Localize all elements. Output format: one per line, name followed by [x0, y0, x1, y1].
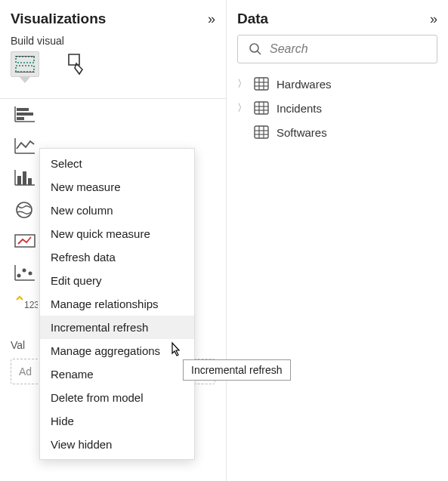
- column-chart-icon[interactable]: [14, 168, 39, 191]
- viz-collapse-button[interactable]: »: [208, 11, 215, 27]
- map-icon[interactable]: [14, 200, 39, 223]
- menu-item-select[interactable]: Select: [40, 152, 194, 175]
- svg-rect-1: [16, 66, 34, 72]
- menu-item-rename[interactable]: Rename: [40, 362, 194, 386]
- menu-item-hide[interactable]: Hide: [40, 409, 194, 433]
- menu-item-manage-aggregations[interactable]: Manage aggregations: [40, 339, 194, 362]
- table-label: Softwares: [277, 126, 327, 139]
- build-visual-button[interactable]: [11, 51, 39, 77]
- svg-point-16: [17, 202, 32, 217]
- menu-item-refresh-data[interactable]: Refresh data: [40, 245, 194, 269]
- table-item-hardwares[interactable]: 〉 Hardwares: [237, 77, 437, 91]
- menu-item-view-hidden[interactable]: View hidden: [40, 433, 194, 456]
- svg-point-20: [17, 274, 21, 278]
- format-visual-icon: [66, 53, 87, 76]
- viz-pane-header: Visualizations »: [11, 11, 215, 27]
- svg-rect-15: [28, 178, 32, 185]
- menu-item-new-quick-measure[interactable]: New quick measure: [40, 222, 194, 245]
- table-icon: [254, 101, 269, 115]
- search-icon: [249, 42, 262, 56]
- viz-divider: [0, 98, 226, 99]
- svg-rect-14: [23, 171, 26, 185]
- chevron-right-icon: 〉: [237, 101, 246, 115]
- svg-rect-8: [17, 117, 24, 120]
- data-pane: Data » 〉 Hardwares 〉 Incidents 〉 Softwar…: [227, 0, 448, 481]
- table-icon: [254, 125, 269, 139]
- data-collapse-button[interactable]: »: [430, 11, 437, 27]
- table-item-incidents[interactable]: 〉 Incidents: [237, 101, 437, 115]
- mode-row: [11, 51, 215, 77]
- table-item-softwares[interactable]: 〉 Softwares: [237, 125, 437, 139]
- svg-rect-36: [255, 126, 268, 138]
- menu-item-manage-relationships[interactable]: Manage relationships: [40, 292, 194, 316]
- data-pane-title: Data: [237, 11, 268, 27]
- search-box[interactable]: [237, 35, 437, 63]
- gauge-icon[interactable]: [14, 232, 39, 254]
- svg-point-24: [250, 44, 258, 52]
- kpi-icon[interactable]: [14, 264, 39, 286]
- svg-rect-7: [17, 113, 33, 116]
- svg-rect-0: [16, 57, 34, 63]
- svg-rect-13: [17, 176, 21, 185]
- menu-item-new-measure[interactable]: New measure: [40, 175, 194, 199]
- menu-item-delete-from-model[interactable]: Delete from model: [40, 386, 194, 409]
- viz-pane-title: Visualizations: [11, 11, 106, 27]
- line-chart-icon[interactable]: [14, 137, 39, 159]
- svg-point-21: [23, 269, 26, 273]
- chevron-right-icon: 〉: [237, 77, 246, 91]
- table-list: 〉 Hardwares 〉 Incidents 〉 Softwares: [237, 77, 437, 139]
- table-label: Incidents: [277, 102, 322, 115]
- build-visual-icon: [15, 56, 35, 72]
- build-visual-label: Build visual: [11, 35, 215, 47]
- format-visual-button[interactable]: [62, 51, 91, 77]
- menu-item-new-column[interactable]: New column: [40, 199, 194, 222]
- svg-line-25: [258, 51, 261, 55]
- context-menu: Select New measure New column New quick …: [39, 148, 195, 460]
- search-input[interactable]: [270, 42, 426, 56]
- menu-item-edit-query[interactable]: Edit query: [40, 269, 194, 292]
- svg-rect-26: [255, 78, 268, 90]
- svg-text:123: 123: [24, 300, 38, 310]
- menu-item-incremental-refresh[interactable]: Incremental refresh: [40, 316, 194, 339]
- data-pane-header: Data »: [237, 11, 437, 27]
- svg-rect-31: [255, 102, 268, 114]
- tooltip: Incremental refresh: [183, 359, 291, 381]
- table-label: Hardwares: [277, 78, 332, 91]
- svg-rect-6: [17, 108, 29, 111]
- stacked-bar-icon[interactable]: [14, 105, 39, 128]
- card-icon[interactable]: 123: [14, 295, 39, 318]
- svg-point-22: [29, 272, 32, 276]
- table-icon: [254, 77, 269, 91]
